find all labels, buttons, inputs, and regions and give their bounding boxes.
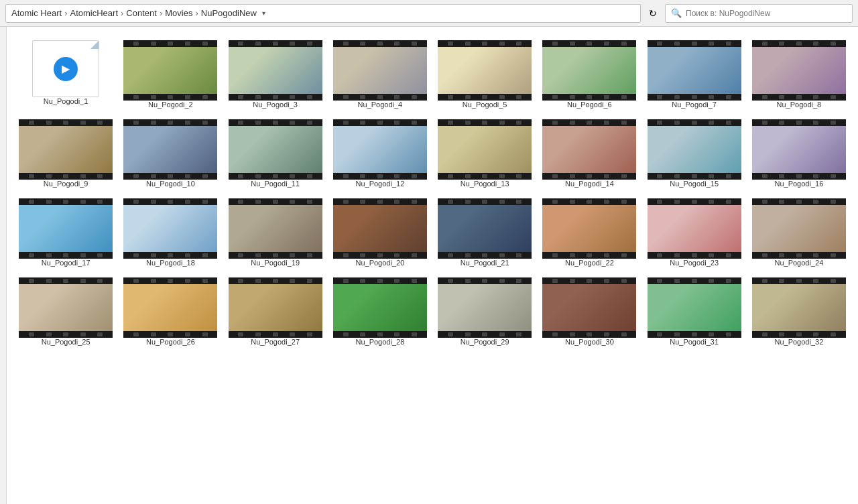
file-item[interactable]: Nu_Pogodi_8	[748, 38, 850, 111]
file-item[interactable]: Nu_Pogodi_30	[538, 275, 640, 349]
file-item[interactable]: Nu_Pogodi_27	[225, 275, 326, 349]
film-hole	[290, 253, 295, 257]
film-hole	[482, 121, 487, 125]
file-item[interactable]: Nu_Pogodi_25	[15, 275, 117, 349]
file-item[interactable]: Nu_Pogodi_31	[644, 275, 745, 349]
film-hole	[831, 279, 836, 283]
film-strip-top	[752, 277, 846, 284]
film-hole	[499, 279, 505, 283]
film-hole	[185, 121, 190, 125]
breadcrumb-atomicheart[interactable]: AtomicHeart	[70, 8, 118, 18]
film-hole	[604, 332, 609, 336]
file-item[interactable]: Nu_Pogodi_13	[434, 117, 536, 190]
film-hole	[692, 121, 697, 125]
film-hole	[762, 42, 768, 46]
file-label: Nu_Pogodi_12	[355, 180, 404, 188]
film-strip-top	[438, 119, 532, 126]
breadcrumb[interactable]: Atomic Heart › AtomicHeart › Content › M…	[5, 4, 641, 23]
file-item[interactable]: Nu_Pogodi_7	[644, 38, 745, 111]
file-grid-container[interactable]: ▶ Nu_Pogodi_1 Nu_Pogodi_2	[7, 27, 858, 504]
film-hole	[709, 121, 714, 125]
film-hole	[482, 42, 487, 46]
file-item[interactable]: Nu_Pogodi_22	[538, 196, 640, 269]
file-item[interactable]: Nu_Pogodi_15	[644, 117, 745, 190]
film-hole	[587, 253, 592, 257]
breadcrumb-movies[interactable]: Movies	[165, 8, 192, 18]
film-hole	[726, 253, 731, 257]
file-item[interactable]: Nu_Pogodi_28	[329, 275, 431, 349]
file-item[interactable]: Nu_Pogodi_3	[225, 38, 326, 111]
file-item[interactable]: Nu_Pogodi_19	[225, 196, 326, 269]
file-item[interactable]: Nu_Pogodi_23	[644, 196, 745, 269]
film-strip-top	[648, 119, 741, 126]
file-grid: ▶ Nu_Pogodi_1 Nu_Pogodi_2	[15, 38, 850, 349]
file-item[interactable]: Nu_Pogodi_14	[538, 117, 640, 190]
film-hole	[552, 279, 558, 283]
file-item[interactable]: Nu_Pogodi_10	[119, 117, 221, 190]
file-label: Nu_Pogodi_6	[567, 101, 612, 109]
file-item[interactable]: Nu_Pogodi_2	[119, 38, 221, 111]
file-item[interactable]: Nu_Pogodi_26	[119, 275, 221, 349]
film-hole	[255, 253, 261, 257]
film-hole	[377, 121, 383, 125]
film-strip-bottom	[542, 94, 636, 101]
film-strip-bottom	[542, 331, 636, 338]
refresh-button[interactable]: ↻	[644, 4, 662, 23]
file-item[interactable]: ▶ Nu_Pogodi_1	[15, 38, 117, 111]
film-hole	[482, 200, 487, 204]
film-strip-top	[333, 277, 427, 284]
doc-fold	[90, 41, 99, 49]
film-hole	[168, 253, 173, 257]
film-strip-bottom	[438, 94, 532, 101]
film-hole	[552, 42, 558, 46]
film-thumb	[542, 198, 636, 259]
film-hole	[377, 42, 383, 46]
file-item[interactable]: Nu_Pogodi_20	[329, 196, 431, 269]
film-thumb	[333, 198, 427, 259]
file-item[interactable]: Nu_Pogodi_21	[434, 196, 536, 269]
search-box[interactable]: 🔍	[665, 4, 853, 23]
file-item[interactable]: Nu_Pogodi_11	[225, 117, 326, 190]
film-hole	[273, 253, 278, 257]
film-hole	[307, 95, 312, 99]
film-hole	[133, 42, 139, 46]
film-hole	[377, 95, 383, 99]
film-hole	[587, 95, 592, 99]
file-item[interactable]: Nu_Pogodi_17	[15, 196, 117, 269]
film-hole	[307, 253, 312, 257]
file-item[interactable]: Nu_Pogodi_5	[434, 38, 536, 111]
film-hole	[238, 174, 243, 178]
breadcrumb-atomic-heart[interactable]: Atomic Heart	[11, 8, 62, 18]
film-hole	[796, 42, 802, 46]
file-label: Nu_Pogodi_21	[461, 259, 509, 267]
film-strip-top	[542, 119, 636, 126]
film-hole	[290, 95, 295, 99]
breadcrumb-content[interactable]: Content	[126, 8, 157, 18]
film-hole	[587, 174, 592, 178]
file-item[interactable]: Nu_Pogodi_12	[329, 117, 431, 190]
film-hole	[46, 279, 52, 283]
file-item[interactable]: Nu_Pogodi_32	[748, 275, 850, 349]
film-hole	[552, 332, 558, 336]
film-hole	[202, 332, 208, 336]
film-hole	[674, 332, 680, 336]
file-item[interactable]: Nu_Pogodi_4	[329, 38, 431, 111]
search-icon: 🔍	[671, 8, 682, 18]
film-hole	[813, 121, 818, 125]
file-item[interactable]: Nu_Pogodi_24	[748, 196, 850, 269]
film-hole	[151, 95, 156, 99]
search-input[interactable]	[686, 9, 847, 18]
film-hole	[80, 253, 86, 257]
film-hole	[80, 332, 86, 336]
film-strip-bottom	[123, 252, 217, 259]
film-hole	[692, 95, 697, 99]
film-hole	[796, 200, 802, 204]
file-item[interactable]: Nu_Pogodi_16	[748, 117, 850, 190]
film-hole	[307, 279, 312, 283]
file-item[interactable]: Nu_Pogodi_29	[434, 275, 536, 349]
chevron-down-icon[interactable]: ▾	[262, 9, 265, 17]
file-item[interactable]: Nu_Pogodi_18	[119, 196, 221, 269]
film-hole	[674, 42, 680, 46]
file-item[interactable]: Nu_Pogodi_6	[538, 38, 640, 111]
file-item[interactable]: Nu_Pogodi_9	[15, 117, 117, 190]
